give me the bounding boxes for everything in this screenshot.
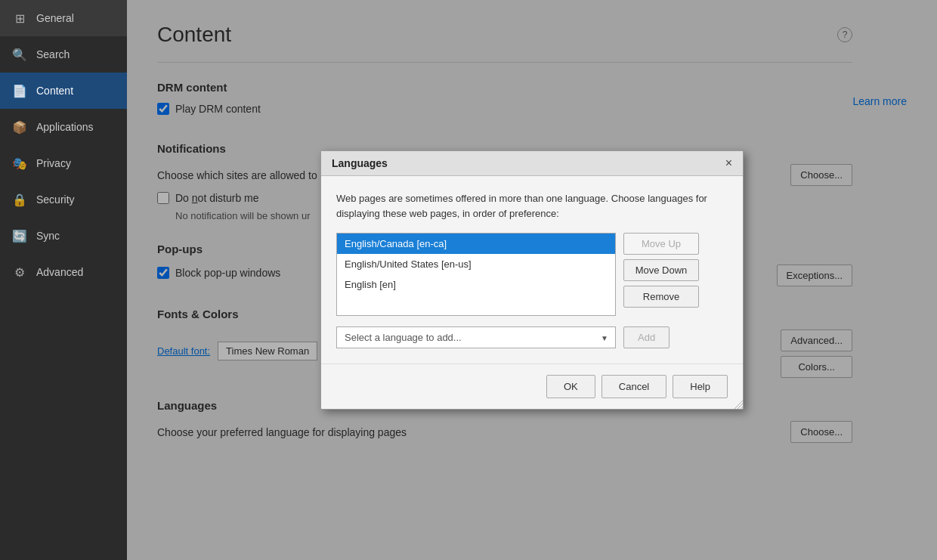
sidebar-item-search[interactable]: 🔍 Search (0, 36, 127, 73)
svg-line-2 (740, 407, 743, 410)
sidebar-item-security[interactable]: 🔒 Security (0, 181, 127, 218)
advanced-icon: ⚙ (12, 265, 27, 280)
sidebar-item-label: Security (36, 193, 75, 206)
sidebar-item-label: Advanced (36, 266, 83, 278)
sidebar-item-content[interactable]: 📄 Content (0, 73, 127, 109)
move-up-button[interactable]: Move Up (623, 233, 699, 255)
sidebar-item-label: Search (36, 48, 70, 60)
dialog-body: Web pages are sometimes offered in more … (321, 176, 743, 364)
sidebar: ⊞ General 🔍 Search 📄 Content 📦 Applicati… (0, 0, 127, 560)
move-down-button[interactable]: Move Down (623, 259, 699, 281)
sidebar-item-advanced[interactable]: ⚙ Advanced (0, 254, 127, 290)
dialog-overlay: Languages × Web pages are sometimes offe… (127, 0, 937, 560)
applications-icon: 📦 (12, 119, 27, 135)
list-action-buttons: Move Up Move Down Remove (623, 233, 699, 308)
sidebar-item-sync[interactable]: 🔄 Sync (0, 218, 127, 254)
content-icon: 📄 (12, 83, 27, 98)
language-list-area: English/Canada [en-ca] English/United St… (336, 233, 728, 316)
dialog-title: Languages (332, 157, 388, 169)
sidebar-item-label: Privacy (36, 157, 71, 169)
language-item-en[interactable]: English [en] (337, 274, 615, 295)
add-language-row: Select a language to add... Add (336, 326, 728, 348)
dialog-description: Web pages are sometimes offered in more … (336, 191, 728, 221)
sidebar-item-privacy[interactable]: 🎭 Privacy (0, 145, 127, 181)
security-icon: 🔒 (12, 192, 27, 207)
cancel-button[interactable]: Cancel (601, 375, 666, 398)
sidebar-item-label: General (36, 12, 74, 24)
sync-icon: 🔄 (12, 228, 27, 243)
sidebar-item-label: Sync (36, 230, 60, 242)
general-icon: ⊞ (12, 11, 27, 26)
add-button[interactable]: Add (623, 326, 670, 348)
search-icon: 🔍 (12, 47, 27, 62)
languages-dialog: Languages × Web pages are sometimes offe… (320, 150, 744, 410)
language-select[interactable]: Select a language to add... (336, 326, 616, 348)
sidebar-item-label: Applications (36, 121, 94, 133)
ok-button[interactable]: OK (546, 375, 595, 398)
svg-line-1 (737, 404, 743, 410)
remove-button[interactable]: Remove (623, 286, 699, 308)
help-button[interactable]: Help (673, 375, 728, 398)
language-item-en-us[interactable]: English/United States [en-us] (337, 254, 615, 274)
language-item-en-ca[interactable]: English/Canada [en-ca] (337, 234, 615, 254)
privacy-icon: 🎭 (12, 156, 27, 171)
main-content: Content ? DRM content Play DRM content L… (127, 0, 937, 560)
language-list[interactable]: English/Canada [en-ca] English/United St… (336, 233, 616, 316)
dialog-footer: OK Cancel Help (321, 364, 743, 409)
resize-handle[interactable] (734, 400, 743, 409)
dialog-close-button[interactable]: × (725, 157, 732, 169)
sidebar-item-applications[interactable]: 📦 Applications (0, 109, 127, 145)
language-select-wrapper: Select a language to add... (336, 326, 616, 348)
dialog-titlebar: Languages × (321, 151, 743, 176)
sidebar-item-label: Content (36, 85, 73, 97)
sidebar-item-general[interactable]: ⊞ General (0, 0, 127, 36)
